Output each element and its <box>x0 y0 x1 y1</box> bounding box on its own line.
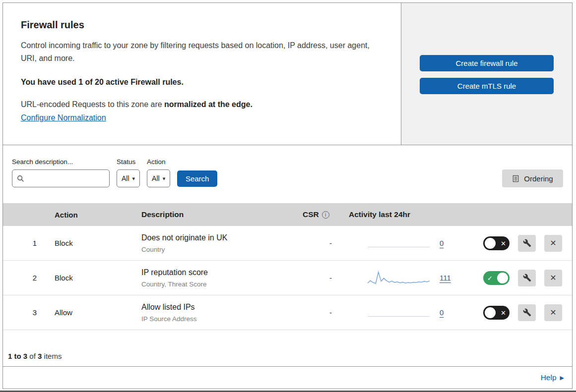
page-header: Firewall rules Control incoming traffic … <box>3 3 572 145</box>
delete-rule-button[interactable]: ✕ <box>544 235 562 252</box>
edit-rule-button[interactable] <box>518 304 536 321</box>
wrench-icon <box>523 308 531 317</box>
rule-priority: 2 <box>3 274 38 282</box>
rule-activity-cell: 111 <box>343 270 474 286</box>
activity-sparkline-flat <box>368 235 430 252</box>
column-header-action: Action <box>38 211 125 219</box>
table-row: 3 Allow Allow listed IPs IP Source Addre… <box>3 295 572 330</box>
status-select[interactable]: All ▾ <box>117 169 140 187</box>
action-filter-group: Action All ▾ <box>147 158 170 187</box>
rule-action: Allow <box>38 308 125 317</box>
edit-rule-button[interactable] <box>518 235 536 252</box>
rule-activity-cell: 0 <box>343 304 474 321</box>
rule-activity-cell: 0 <box>343 235 474 252</box>
rule-controls: ✕ ✕ <box>474 235 572 252</box>
rule-enable-toggle[interactable]: ✕ <box>483 306 510 320</box>
status-label: Status <box>117 158 140 166</box>
rule-csr-value: - <box>283 274 343 282</box>
status-selected-value: All <box>122 174 129 182</box>
rule-criteria: IP Source Address <box>141 314 283 324</box>
rule-enable-toggle[interactable]: ✓ <box>483 271 510 285</box>
toggle-state-icon: ✓ <box>487 275 493 281</box>
rule-controls: ✓ ✕ <box>474 270 572 286</box>
close-icon: ✕ <box>550 308 556 317</box>
rule-priority: 1 <box>3 239 38 247</box>
rule-description: Allow listed IPs <box>141 302 283 313</box>
usage-summary: You have used 1 of 20 active Firewall ru… <box>21 78 381 87</box>
search-label: Search description... <box>12 158 110 166</box>
action-label: Action <box>147 158 170 166</box>
close-icon: ✕ <box>550 273 556 282</box>
help-label: Help <box>541 373 557 382</box>
ordering-list-icon <box>512 175 519 182</box>
items-of-text: of <box>29 352 36 360</box>
rule-action: Block <box>38 274 125 282</box>
help-arrow-icon: ▶ <box>560 375 564 381</box>
toggle-knob <box>485 238 496 249</box>
search-button[interactable]: Search <box>177 170 217 187</box>
rule-priority: 3 <box>3 308 38 317</box>
activity-count-link[interactable]: 111 <box>440 274 451 282</box>
rule-description: IP reputation score <box>141 267 283 278</box>
ordering-button[interactable]: Ordering <box>502 169 563 187</box>
pagination-summary: 1 to 3 of 3 items <box>3 330 572 367</box>
toggle-knob <box>497 273 508 283</box>
rule-criteria: Country, Threat Score <box>141 280 283 289</box>
page-description: Control incoming traffic to your zone by… <box>21 39 381 65</box>
activity-count-link[interactable]: 0 <box>440 308 444 317</box>
normalization-note: URL-encoded Requests to this zone are no… <box>21 100 381 109</box>
activity-count-link[interactable]: 0 <box>440 239 444 247</box>
column-header-activity: Activity last 24hr <box>343 210 474 219</box>
header-actions-panel: Create firewall rule Create mTLS rule <box>401 3 572 145</box>
rule-description-cell: IP reputation score Country, Threat Scor… <box>125 267 283 289</box>
rule-csr-value: - <box>283 239 343 247</box>
rule-description-cell: Allow listed IPs IP Source Address <box>125 302 283 324</box>
csr-header-label: CSR <box>303 210 319 219</box>
search-icon <box>17 175 24 182</box>
rule-description-cell: Does not originate in UK Country <box>125 232 283 254</box>
table-header-row: Action Description CSR i Activity last 2… <box>3 203 572 226</box>
ordering-button-label: Ordering <box>524 174 553 183</box>
column-header-description: Description <box>125 210 283 219</box>
search-filter-group: Search description... <box>12 158 110 187</box>
table-row: 1 Block Does not originate in UK Country… <box>3 226 572 261</box>
wrench-icon <box>523 239 531 247</box>
help-link[interactable]: Help ▶ <box>541 373 564 382</box>
rule-description: Does not originate in UK <box>141 232 283 243</box>
rule-controls: ✕ ✕ <box>474 304 572 321</box>
info-icon[interactable]: i <box>322 211 329 219</box>
chevron-down-icon: ▾ <box>163 175 166 182</box>
configure-normalization-link[interactable]: Configure Normalization <box>21 113 106 122</box>
status-filter-group: Status All ▾ <box>117 158 140 187</box>
normalization-emphasis: normalized at the edge. <box>164 100 253 109</box>
create-mtls-rule-button[interactable]: Create mTLS rule <box>420 78 554 94</box>
close-icon: ✕ <box>550 238 556 248</box>
activity-sparkline-flat <box>368 304 430 321</box>
toggle-state-icon: ✕ <box>501 309 506 316</box>
toggle-knob <box>485 307 496 318</box>
items-range: 1 to 3 <box>8 352 27 360</box>
normalization-text: URL-encoded Requests to this zone are <box>21 100 164 109</box>
firewall-rules-page: Firewall rules Control incoming traffic … <box>2 2 573 389</box>
rule-action: Block <box>38 239 125 247</box>
page-title: Firewall rules <box>21 19 381 31</box>
chevron-down-icon: ▾ <box>132 175 135 182</box>
help-row: Help ▶ <box>3 367 572 389</box>
column-header-csr: CSR i <box>283 210 343 219</box>
items-total: 3 <box>38 352 42 360</box>
rule-enable-toggle[interactable]: ✕ <box>483 236 510 250</box>
edit-rule-button[interactable] <box>518 270 536 286</box>
action-selected-value: All <box>152 174 160 182</box>
items-label: items <box>44 352 62 360</box>
delete-rule-button[interactable]: ✕ <box>544 304 562 321</box>
search-input[interactable] <box>27 174 109 182</box>
action-select[interactable]: All ▾ <box>147 169 170 187</box>
create-firewall-rule-button[interactable]: Create firewall rule <box>420 55 554 71</box>
toggle-state-icon: ✕ <box>501 240 506 246</box>
delete-rule-button[interactable]: ✕ <box>544 270 562 286</box>
rule-criteria: Country <box>141 245 283 254</box>
search-box <box>12 169 110 187</box>
wrench-icon <box>523 274 531 282</box>
filter-bar: Search description... Status All ▾ Actio… <box>3 145 572 203</box>
header-intro: Firewall rules Control incoming traffic … <box>3 3 401 145</box>
